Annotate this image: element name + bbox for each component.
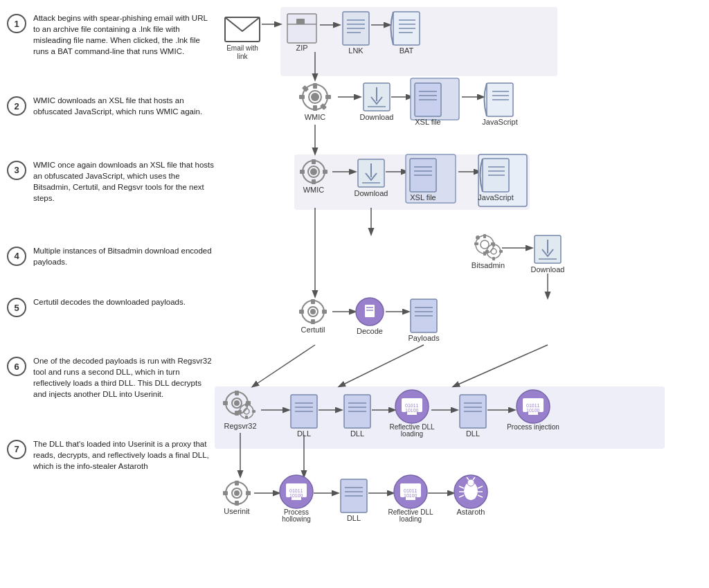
- svg-rect-87: [474, 242, 478, 245]
- svg-rect-113: [365, 305, 375, 317]
- step-6: 6 One of the decoded payloads is run wit…: [7, 355, 215, 400]
- svg-rect-27: [313, 105, 317, 111]
- svg-text:XSL file: XSL file: [410, 193, 436, 202]
- step-number-4: 4: [7, 247, 26, 266]
- svg-point-109: [310, 309, 316, 314]
- svg-rect-56: [312, 159, 316, 164]
- step-text-6: One of the decoded payloads is run with …: [33, 355, 215, 400]
- svg-rect-123: [215, 386, 665, 449]
- step-text-4: Multiple instances of Bitsadmin download…: [33, 245, 215, 267]
- svg-text:Download: Download: [531, 265, 565, 274]
- step-number-5: 5: [7, 298, 26, 317]
- svg-text:Email with: Email with: [226, 44, 258, 52]
- svg-rect-180: [223, 491, 228, 495]
- svg-rect-108: [322, 310, 327, 314]
- step-text-3: WMIC once again downloads an XSL file th…: [33, 159, 215, 204]
- diagram: 1 Attack begins with spear-phishing emai…: [0, 0, 709, 588]
- svg-rect-93: [485, 250, 489, 253]
- svg-rect-131: [223, 401, 228, 405]
- svg-rect-5: [287, 14, 316, 43]
- svg-text:DLL: DLL: [466, 429, 480, 438]
- svg-text:01011: 01011: [404, 488, 418, 493]
- step-text-7: The DLL that's loaded into Userinit is a…: [33, 438, 215, 472]
- svg-text:01011: 01011: [526, 403, 540, 408]
- svg-rect-138: [238, 410, 242, 413]
- svg-text:DLL: DLL: [350, 429, 364, 438]
- svg-point-84: [476, 235, 480, 240]
- svg-text:JavaScript: JavaScript: [482, 118, 517, 126]
- svg-text:Download: Download: [360, 113, 394, 121]
- step-number-6: 6: [7, 357, 26, 376]
- svg-rect-129: [235, 391, 239, 395]
- svg-line-125: [339, 345, 424, 386]
- svg-text:Regsvr32: Regsvr32: [224, 422, 256, 430]
- steps-column: 1 Attack begins with spear-phishing emai…: [7, 7, 215, 484]
- step-3: 3 WMIC once again downloads an XSL file …: [7, 159, 215, 204]
- svg-text:Userinit: Userinit: [224, 507, 249, 515]
- step-5: 5 Certutil decodes the downloaded payloa…: [7, 296, 215, 317]
- svg-text:WMIC: WMIC: [305, 113, 326, 121]
- svg-text:ZIP: ZIP: [296, 44, 307, 52]
- svg-point-182: [234, 490, 240, 496]
- step-2: 2 WMIC downloads an XSL file that hosts …: [7, 95, 215, 117]
- svg-rect-7: [296, 19, 305, 24]
- svg-text:hollowing: hollowing: [282, 515, 311, 523]
- step-text-2: WMIC downloads an XSL file that hosts an…: [33, 95, 215, 117]
- svg-text:loading: loading: [401, 430, 423, 438]
- svg-text:10100: 10100: [526, 408, 540, 413]
- svg-rect-105: [311, 299, 315, 304]
- step-number-1: 1: [7, 14, 26, 33]
- svg-text:JavaScript: JavaScript: [478, 193, 513, 202]
- svg-point-133: [234, 400, 240, 406]
- svg-rect-28: [299, 95, 305, 99]
- svg-text:10100: 10100: [405, 408, 419, 413]
- step-7: 7 The DLL that's loaded into Userinit is…: [7, 438, 215, 472]
- svg-text:01011: 01011: [405, 403, 419, 408]
- svg-text:Certutil: Certutil: [301, 326, 325, 334]
- svg-rect-26: [313, 83, 317, 89]
- svg-rect-92: [492, 257, 495, 260]
- svg-rect-107: [299, 310, 304, 314]
- svg-rect-178: [235, 481, 239, 485]
- svg-text:01011: 01011: [289, 488, 303, 493]
- step-4: 4 Multiple instances of Bitsadmin downlo…: [7, 245, 215, 267]
- step-text-5: Certutil decodes the downloaded payloads…: [33, 296, 186, 308]
- svg-rect-85: [483, 234, 486, 238]
- svg-rect-91: [492, 243, 495, 247]
- svg-text:WMIC: WMIC: [303, 186, 325, 194]
- svg-text:Bitsadmin: Bitsadmin: [472, 261, 505, 269]
- step-1: 1 Attack begins with spear-phishing emai…: [7, 12, 215, 57]
- flow-svg: Email with link ZIP LNK: [211, 0, 706, 588]
- svg-text:Astaroth: Astaroth: [457, 508, 485, 516]
- svg-line-124: [253, 345, 315, 386]
- svg-text:10100: 10100: [289, 493, 303, 498]
- svg-rect-181: [246, 491, 251, 495]
- svg-text:DLL: DLL: [347, 514, 361, 522]
- svg-text:LNK: LNK: [348, 46, 364, 55]
- svg-rect-106: [311, 319, 315, 324]
- step-number-3: 3: [7, 161, 26, 180]
- svg-rect-179: [235, 501, 239, 506]
- svg-rect-137: [245, 416, 248, 419]
- svg-point-60: [310, 168, 317, 175]
- svg-rect-94: [499, 250, 503, 253]
- svg-text:loading: loading: [400, 515, 422, 523]
- svg-text:link: link: [237, 53, 248, 60]
- svg-text:10100: 10100: [404, 493, 418, 498]
- svg-text:Process injection: Process injection: [507, 423, 559, 431]
- svg-text:XSL file: XSL file: [415, 118, 441, 126]
- svg-rect-136: [245, 403, 248, 407]
- step-number-2: 2: [7, 96, 26, 116]
- svg-text:Download: Download: [354, 189, 388, 197]
- svg-point-90: [491, 249, 496, 254]
- svg-text:Decode: Decode: [357, 327, 383, 335]
- step-number-7: 7: [7, 440, 26, 459]
- svg-point-209: [467, 479, 474, 486]
- svg-text:Payloads: Payloads: [408, 334, 440, 342]
- svg-line-126: [454, 345, 548, 386]
- svg-text:BAT: BAT: [400, 46, 414, 55]
- svg-point-32: [311, 93, 319, 101]
- svg-rect-29: [325, 95, 331, 99]
- svg-rect-59: [323, 170, 327, 174]
- svg-rect-58: [300, 170, 305, 174]
